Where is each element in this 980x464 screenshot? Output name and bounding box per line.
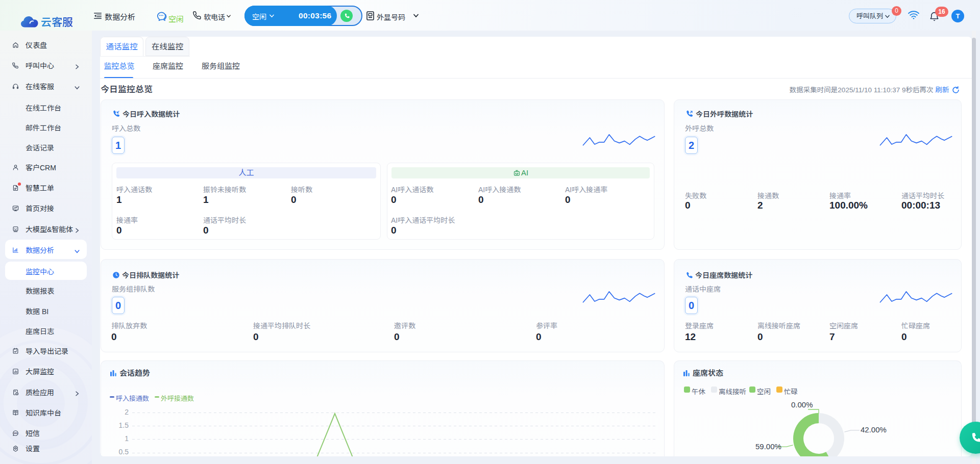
svg-text:SMS: SMS: [13, 432, 18, 434]
